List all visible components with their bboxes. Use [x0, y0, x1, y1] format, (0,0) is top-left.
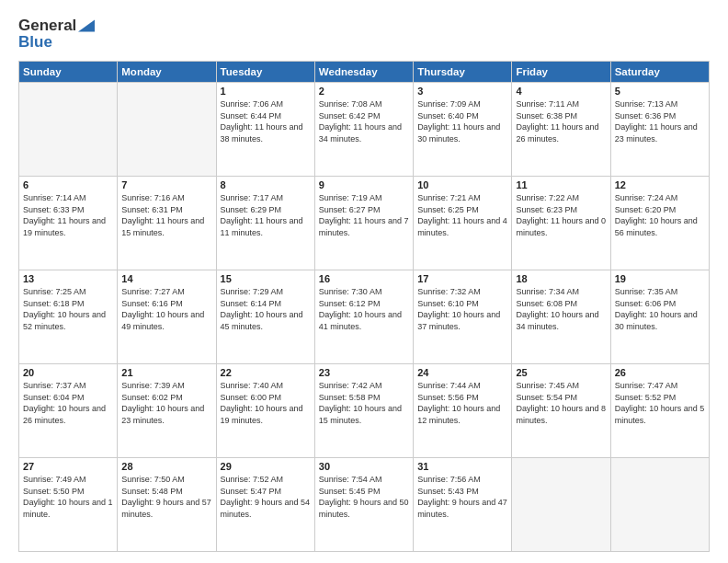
calendar-cell: 18Sunrise: 7:34 AM Sunset: 6:08 PM Dayli… — [512, 270, 610, 364]
day-number: 4 — [516, 86, 606, 97]
calendar-cell: 23Sunrise: 7:42 AM Sunset: 5:58 PM Dayli… — [314, 364, 413, 458]
calendar-cell: 3Sunrise: 7:09 AM Sunset: 6:40 PM Daylig… — [414, 83, 512, 177]
calendar-week-row: 27Sunrise: 7:49 AM Sunset: 5:50 PM Dayli… — [19, 458, 710, 552]
calendar-day-header: Tuesday — [216, 62, 314, 83]
calendar-cell: 12Sunrise: 7:24 AM Sunset: 6:20 PM Dayli… — [610, 177, 709, 270]
calendar-cell — [19, 83, 118, 177]
day-number: 5 — [615, 86, 705, 97]
calendar-cell: 19Sunrise: 7:35 AM Sunset: 6:06 PM Dayli… — [610, 270, 709, 364]
calendar-day-header: Saturday — [610, 62, 709, 83]
day-number: 18 — [516, 273, 606, 284]
cell-details: Sunrise: 7:35 AM Sunset: 6:06 PM Dayligh… — [615, 286, 705, 332]
calendar-day-header: Sunday — [19, 62, 118, 83]
day-number: 6 — [23, 179, 113, 190]
calendar-cell: 4Sunrise: 7:11 AM Sunset: 6:38 PM Daylig… — [512, 83, 610, 177]
cell-details: Sunrise: 7:16 AM Sunset: 6:31 PM Dayligh… — [121, 192, 211, 238]
calendar-cell: 13Sunrise: 7:25 AM Sunset: 6:18 PM Dayli… — [19, 270, 118, 364]
cell-details: Sunrise: 7:32 AM Sunset: 6:10 PM Dayligh… — [417, 286, 507, 332]
cell-details: Sunrise: 7:44 AM Sunset: 5:56 PM Dayligh… — [417, 380, 507, 426]
day-number: 28 — [121, 461, 211, 472]
cell-details: Sunrise: 7:25 AM Sunset: 6:18 PM Dayligh… — [23, 286, 113, 332]
cell-details: Sunrise: 7:30 AM Sunset: 6:12 PM Dayligh… — [319, 286, 409, 332]
cell-details: Sunrise: 7:52 AM Sunset: 5:47 PM Dayligh… — [221, 474, 311, 520]
calendar-cell: 31Sunrise: 7:56 AM Sunset: 5:43 PM Dayli… — [414, 458, 512, 552]
day-number: 30 — [319, 461, 409, 472]
calendar-cell: 11Sunrise: 7:22 AM Sunset: 6:23 PM Dayli… — [512, 177, 610, 270]
calendar-cell: 14Sunrise: 7:27 AM Sunset: 6:16 PM Dayli… — [118, 270, 216, 364]
day-number: 21 — [121, 367, 211, 378]
cell-details: Sunrise: 7:29 AM Sunset: 6:14 PM Dayligh… — [221, 286, 311, 332]
cell-details: Sunrise: 7:37 AM Sunset: 6:04 PM Dayligh… — [23, 380, 113, 426]
calendar-header-row: SundayMondayTuesdayWednesdayThursdayFrid… — [19, 62, 710, 83]
calendar-cell: 8Sunrise: 7:17 AM Sunset: 6:29 PM Daylig… — [216, 177, 314, 270]
page-header: General Blue — [18, 17, 710, 52]
calendar-cell: 15Sunrise: 7:29 AM Sunset: 6:14 PM Dayli… — [216, 270, 314, 364]
calendar-day-header: Thursday — [414, 62, 512, 83]
day-number: 22 — [221, 367, 311, 378]
calendar-cell: 9Sunrise: 7:19 AM Sunset: 6:27 PM Daylig… — [314, 177, 413, 270]
day-number: 10 — [417, 179, 507, 190]
day-number: 19 — [615, 273, 705, 284]
day-number: 23 — [319, 367, 409, 378]
day-number: 29 — [221, 461, 311, 472]
calendar-day-header: Monday — [118, 62, 216, 83]
cell-details: Sunrise: 7:22 AM Sunset: 6:23 PM Dayligh… — [516, 192, 606, 238]
day-number: 7 — [121, 179, 211, 190]
cell-details: Sunrise: 7:49 AM Sunset: 5:50 PM Dayligh… — [23, 474, 113, 520]
day-number: 15 — [221, 273, 311, 284]
cell-details: Sunrise: 7:34 AM Sunset: 6:08 PM Dayligh… — [516, 286, 606, 332]
calendar-week-row: 20Sunrise: 7:37 AM Sunset: 6:04 PM Dayli… — [19, 364, 710, 458]
calendar-week-row: 1Sunrise: 7:06 AM Sunset: 6:44 PM Daylig… — [19, 83, 710, 177]
cell-details: Sunrise: 7:45 AM Sunset: 5:54 PM Dayligh… — [516, 380, 606, 426]
cell-details: Sunrise: 7:39 AM Sunset: 6:02 PM Dayligh… — [121, 380, 211, 426]
svg-marker-0 — [78, 19, 95, 31]
cell-details: Sunrise: 7:40 AM Sunset: 6:00 PM Dayligh… — [221, 380, 311, 426]
cell-details: Sunrise: 7:17 AM Sunset: 6:29 PM Dayligh… — [221, 192, 311, 238]
calendar-cell: 1Sunrise: 7:06 AM Sunset: 6:44 PM Daylig… — [216, 83, 314, 177]
day-number: 11 — [516, 179, 606, 190]
day-number: 17 — [417, 273, 507, 284]
cell-details: Sunrise: 7:21 AM Sunset: 6:25 PM Dayligh… — [417, 192, 507, 238]
calendar-cell: 6Sunrise: 7:14 AM Sunset: 6:33 PM Daylig… — [19, 177, 118, 270]
calendar-cell — [610, 458, 709, 552]
calendar-week-row: 13Sunrise: 7:25 AM Sunset: 6:18 PM Dayli… — [19, 270, 710, 364]
calendar-cell: 30Sunrise: 7:54 AM Sunset: 5:45 PM Dayli… — [314, 458, 413, 552]
calendar-cell: 10Sunrise: 7:21 AM Sunset: 6:25 PM Dayli… — [414, 177, 512, 270]
day-number: 20 — [23, 367, 113, 378]
logo-icon — [78, 19, 95, 32]
day-number: 26 — [615, 367, 705, 378]
calendar-day-header: Wednesday — [314, 62, 413, 83]
logo: General Blue — [18, 17, 95, 52]
cell-details: Sunrise: 7:27 AM Sunset: 6:16 PM Dayligh… — [121, 286, 211, 332]
cell-details: Sunrise: 7:54 AM Sunset: 5:45 PM Dayligh… — [319, 474, 409, 520]
day-number: 9 — [319, 179, 409, 190]
day-number: 24 — [417, 367, 507, 378]
day-number: 3 — [417, 86, 507, 97]
cell-details: Sunrise: 7:11 AM Sunset: 6:38 PM Dayligh… — [516, 98, 606, 144]
cell-details: Sunrise: 7:56 AM Sunset: 5:43 PM Dayligh… — [417, 474, 507, 520]
calendar-cell: 21Sunrise: 7:39 AM Sunset: 6:02 PM Dayli… — [118, 364, 216, 458]
calendar-day-header: Friday — [512, 62, 610, 83]
cell-details: Sunrise: 7:09 AM Sunset: 6:40 PM Dayligh… — [417, 98, 507, 144]
calendar-cell: 5Sunrise: 7:13 AM Sunset: 6:36 PM Daylig… — [610, 83, 709, 177]
calendar-cell: 16Sunrise: 7:30 AM Sunset: 6:12 PM Dayli… — [314, 270, 413, 364]
day-number: 8 — [221, 179, 311, 190]
day-number: 25 — [516, 367, 606, 378]
cell-details: Sunrise: 7:13 AM Sunset: 6:36 PM Dayligh… — [615, 98, 705, 144]
calendar-cell: 29Sunrise: 7:52 AM Sunset: 5:47 PM Dayli… — [216, 458, 314, 552]
cell-details: Sunrise: 7:06 AM Sunset: 6:44 PM Dayligh… — [221, 98, 311, 144]
cell-details: Sunrise: 7:47 AM Sunset: 5:52 PM Dayligh… — [615, 380, 705, 426]
logo-general: General — [18, 17, 76, 35]
day-number: 16 — [319, 273, 409, 284]
calendar-cell: 22Sunrise: 7:40 AM Sunset: 6:00 PM Dayli… — [216, 364, 314, 458]
logo-blue: Blue — [18, 33, 52, 52]
calendar-cell: 28Sunrise: 7:50 AM Sunset: 5:48 PM Dayli… — [118, 458, 216, 552]
calendar-cell: 24Sunrise: 7:44 AM Sunset: 5:56 PM Dayli… — [414, 364, 512, 458]
cell-details: Sunrise: 7:19 AM Sunset: 6:27 PM Dayligh… — [319, 192, 409, 238]
day-number: 2 — [319, 86, 409, 97]
cell-details: Sunrise: 7:14 AM Sunset: 6:33 PM Dayligh… — [23, 192, 113, 238]
calendar: SundayMondayTuesdayWednesdayThursdayFrid… — [18, 61, 710, 552]
calendar-cell: 26Sunrise: 7:47 AM Sunset: 5:52 PM Dayli… — [610, 364, 709, 458]
cell-details: Sunrise: 7:42 AM Sunset: 5:58 PM Dayligh… — [319, 380, 409, 426]
day-number: 27 — [23, 461, 113, 472]
